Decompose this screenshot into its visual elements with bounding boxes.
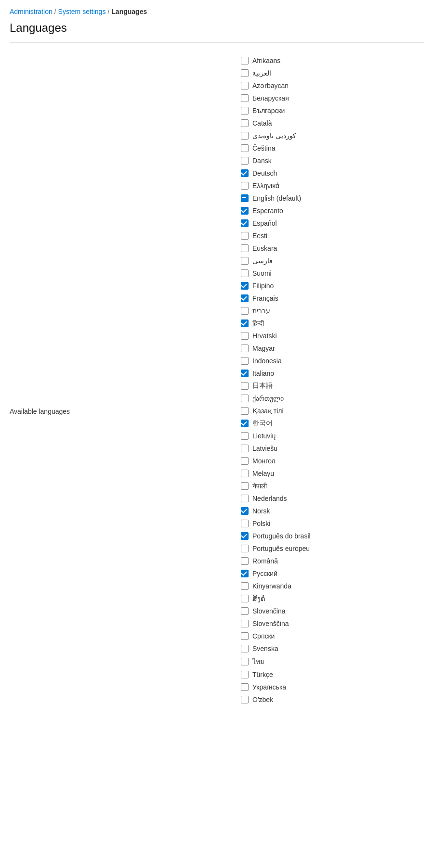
label-column: Available languages: [10, 54, 241, 706]
language-checkbox-afrikaans[interactable]: [241, 57, 249, 64]
language-item: Svenska: [241, 642, 424, 655]
language-name: Türkçe: [252, 671, 273, 678]
language-checkbox-magyar[interactable]: [241, 345, 249, 352]
language-checkbox-română[interactable]: [241, 557, 249, 565]
language-checkbox-српски[interactable]: [241, 632, 249, 640]
language-item: Čeština: [241, 142, 424, 154]
language-checkbox-español[interactable]: [241, 219, 249, 227]
language-item: Slovenščina: [241, 617, 424, 630]
language-checkbox-한국어[interactable]: [241, 420, 249, 427]
language-checkbox-português-do-brasil[interactable]: [241, 532, 249, 540]
language-checkbox-euskara[interactable]: [241, 244, 249, 252]
language-item: Esperanto: [241, 204, 424, 217]
language-item: Беларуская: [241, 92, 424, 104]
language-name: Українська: [252, 683, 286, 691]
language-name: Indonesia: [252, 357, 282, 365]
language-item: Português europeu: [241, 542, 424, 555]
language-name: O'zbek: [252, 696, 273, 703]
language-item: Deutsch: [241, 167, 424, 179]
language-checkbox-português-europeu[interactable]: [241, 545, 249, 552]
language-checkbox-עברית[interactable]: [241, 307, 249, 315]
language-item: العربية: [241, 67, 424, 79]
language-checkbox-indonesia[interactable]: [241, 357, 249, 365]
language-checkbox-polski[interactable]: [241, 520, 249, 527]
language-checkbox-lietuvių[interactable]: [241, 432, 249, 440]
language-item: Српски: [241, 630, 424, 642]
language-item: Български: [241, 104, 424, 117]
language-checkbox-eesti[interactable]: [241, 232, 249, 240]
language-name: Português do brasil: [252, 532, 311, 540]
language-checkbox-azərbaycan[interactable]: [241, 82, 249, 89]
language-item: فارسی: [241, 255, 424, 267]
language-checkbox-ไทย[interactable]: [241, 658, 249, 665]
language-checkbox-latviešu[interactable]: [241, 445, 249, 452]
language-checkbox-kinyarwanda[interactable]: [241, 582, 249, 590]
language-checkbox-ສິງຄໍ[interactable]: [241, 595, 249, 602]
language-checkbox-o'zbek[interactable]: [241, 696, 249, 703]
language-name: Latviešu: [252, 445, 277, 452]
language-checkbox-čeština[interactable]: [241, 144, 249, 152]
language-name: עברית: [252, 307, 270, 315]
language-checkbox-français[interactable]: [241, 294, 249, 302]
page-container: Administration / System settings / Langu…: [0, 0, 434, 725]
language-item: Slovenčina: [241, 605, 424, 617]
language-item: Қазақ тілі: [241, 405, 424, 417]
language-item: Melayu: [241, 467, 424, 480]
language-checkbox-فارسی[interactable]: [241, 257, 249, 265]
language-item: Nederlands: [241, 492, 424, 505]
language-checkbox-қазақ-тілі[interactable]: [241, 407, 249, 415]
language-checkbox-deutsch[interactable]: [241, 169, 249, 177]
breadcrumb-administration[interactable]: Administration: [10, 8, 53, 15]
language-checkbox-slovenčina[interactable]: [241, 607, 249, 615]
language-checkbox-nederlands[interactable]: [241, 495, 249, 502]
language-name: العربية: [252, 69, 271, 77]
language-checkbox-filipino[interactable]: [241, 282, 249, 290]
language-checkbox-नेपाली[interactable]: [241, 482, 249, 490]
language-checkbox-esperanto[interactable]: [241, 207, 249, 215]
breadcrumb-system-settings[interactable]: System settings: [58, 8, 106, 15]
language-name: Suomi: [252, 269, 272, 277]
language-name: Español: [252, 219, 277, 227]
language-checkbox-हिन्दी[interactable]: [241, 319, 249, 327]
language-checkbox-italiano[interactable]: [241, 370, 249, 377]
language-name: Filipino: [252, 282, 274, 290]
language-checkbox-العربية[interactable]: [241, 69, 249, 77]
language-name: Монгол: [252, 457, 276, 465]
language-name: 日本語: [252, 382, 273, 390]
language-checkbox-svenska[interactable]: [241, 645, 249, 652]
language-item: Italiano: [241, 367, 424, 380]
language-checkbox-english-(default)[interactable]: [241, 194, 249, 202]
breadcrumb: Administration / System settings / Langu…: [10, 4, 424, 15]
language-name: Nederlands: [252, 495, 287, 502]
language-checkbox-dansk[interactable]: [241, 157, 249, 165]
language-item: Монгол: [241, 455, 424, 467]
language-checkbox-български[interactable]: [241, 107, 249, 115]
language-name: Čeština: [252, 144, 275, 152]
breadcrumb-current: Languages: [111, 8, 147, 15]
language-checkbox-suomi[interactable]: [241, 269, 249, 277]
language-checkbox-کوردیی-ناوەندی[interactable]: [241, 132, 249, 140]
language-name: ไทย: [252, 656, 264, 667]
language-item: Hrvatski: [241, 330, 424, 342]
language-checkbox-català[interactable]: [241, 119, 249, 127]
language-item: हिन्दी: [241, 317, 424, 330]
language-item: ქართული: [241, 392, 424, 405]
language-name: नेपाली: [252, 482, 267, 490]
language-checkbox-ελληνικά[interactable]: [241, 182, 249, 190]
language-name: Ελληνικά: [252, 182, 279, 190]
language-checkbox-українська[interactable]: [241, 683, 249, 691]
language-checkbox-日本語[interactable]: [241, 382, 249, 390]
language-checkbox-ქართული[interactable]: [241, 395, 249, 402]
language-checkbox-slovenščina[interactable]: [241, 620, 249, 627]
language-checkbox-монгол[interactable]: [241, 457, 249, 465]
language-checkbox-hrvatski[interactable]: [241, 332, 249, 340]
language-checkbox-melayu[interactable]: [241, 470, 249, 477]
language-checkbox-türkçe[interactable]: [241, 671, 249, 678]
language-name: Русский: [252, 570, 277, 577]
language-name: ສິງຄໍ: [252, 595, 265, 602]
language-name: Deutsch: [252, 169, 277, 177]
language-checkbox-русский[interactable]: [241, 570, 249, 577]
language-checkbox-norsk[interactable]: [241, 507, 249, 515]
language-name: Dansk: [252, 157, 272, 165]
language-checkbox-беларуская[interactable]: [241, 94, 249, 102]
